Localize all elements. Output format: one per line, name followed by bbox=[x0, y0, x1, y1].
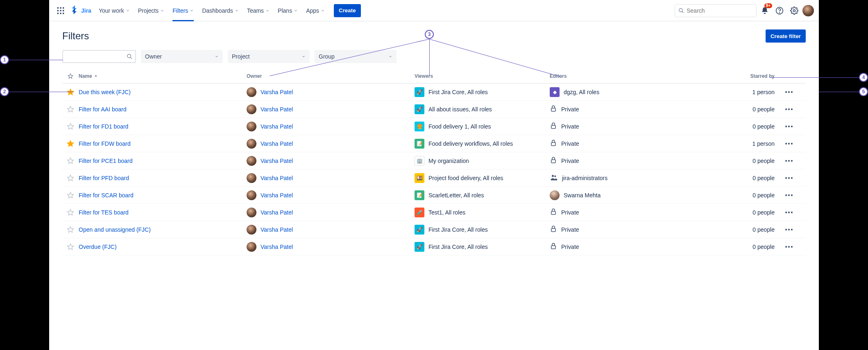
callout-3: 3 bbox=[425, 30, 434, 39]
filter-name-link[interactable]: Filter for FDW board bbox=[79, 140, 131, 147]
star-toggle[interactable] bbox=[62, 209, 79, 216]
project-dropdown[interactable]: Project bbox=[228, 50, 310, 63]
owner-link[interactable]: Varsha Patel bbox=[261, 106, 293, 113]
chevron-down-icon bbox=[126, 9, 130, 13]
owner-link[interactable]: Varsha Patel bbox=[261, 123, 293, 130]
column-owner[interactable]: Owner bbox=[247, 73, 415, 79]
jira-logo[interactable]: Jira bbox=[67, 5, 95, 16]
owner-link[interactable]: Varsha Patel bbox=[261, 209, 293, 216]
nav-dashboards[interactable]: Dashboards bbox=[198, 0, 243, 21]
owner-link[interactable]: Varsha Patel bbox=[261, 158, 293, 164]
owner-link[interactable]: Varsha Patel bbox=[261, 192, 293, 199]
row-more-button[interactable]: ••• bbox=[785, 244, 794, 250]
row-more-button[interactable]: ••• bbox=[785, 192, 794, 199]
owner-avatar bbox=[247, 173, 256, 183]
star-toggle[interactable] bbox=[62, 243, 79, 251]
star-toggle[interactable] bbox=[62, 226, 79, 233]
help-button[interactable] bbox=[773, 4, 786, 17]
owner-link[interactable]: Varsha Patel bbox=[261, 140, 293, 147]
viewers-text: Food delivery workflows, All roles bbox=[428, 140, 513, 147]
filter-name-link[interactable]: Open and unassigned (FJC) bbox=[79, 226, 151, 233]
filter-search[interactable] bbox=[62, 50, 136, 63]
owner-link[interactable]: Varsha Patel bbox=[261, 89, 293, 95]
row-more-button[interactable]: ••• bbox=[785, 89, 794, 95]
star-toggle[interactable] bbox=[62, 192, 79, 199]
filter-search-input[interactable] bbox=[66, 53, 127, 60]
star-toggle[interactable] bbox=[62, 157, 79, 165]
owner-avatar bbox=[247, 87, 256, 97]
star-toggle[interactable] bbox=[62, 123, 79, 130]
star-toggle[interactable] bbox=[62, 174, 79, 182]
column-viewers[interactable]: Viewers bbox=[415, 73, 550, 79]
row-more-button[interactable]: ••• bbox=[785, 106, 794, 113]
row-more-button[interactable]: ••• bbox=[785, 140, 794, 147]
create-filter-button[interactable]: Create filter bbox=[766, 29, 806, 43]
svg-rect-2 bbox=[63, 7, 64, 8]
svg-rect-26 bbox=[551, 160, 556, 163]
owner-avatar bbox=[247, 190, 256, 200]
column-viewers-label: Viewers bbox=[415, 73, 433, 79]
create-button[interactable]: Create bbox=[334, 4, 361, 17]
nav-teams[interactable]: Teams bbox=[243, 0, 274, 21]
lock-icon bbox=[550, 139, 557, 148]
filter-name-link[interactable]: Filter for FD1 board bbox=[79, 123, 128, 130]
owner-avatar bbox=[247, 122, 256, 131]
star-toggle[interactable] bbox=[62, 140, 79, 147]
profile-avatar[interactable] bbox=[802, 5, 814, 16]
owner-link[interactable]: Varsha Patel bbox=[261, 175, 293, 181]
jira-logo-icon bbox=[70, 5, 79, 16]
owner-link[interactable]: Varsha Patel bbox=[261, 244, 293, 250]
column-name[interactable]: Name bbox=[79, 73, 247, 79]
filter-name-link[interactable]: Filter for PCE1 board bbox=[79, 158, 133, 164]
column-editors[interactable]: Editors bbox=[550, 73, 687, 79]
viewer-project-icon: 📝 bbox=[415, 190, 424, 200]
svg-point-9 bbox=[679, 8, 682, 11]
owner-dropdown[interactable]: Owner bbox=[141, 50, 223, 63]
viewer-project-icon: 📝 bbox=[415, 139, 424, 149]
svg-marker-21 bbox=[68, 123, 74, 129]
filter-bar: Owner Project Group bbox=[62, 50, 806, 63]
row-more-button[interactable]: ••• bbox=[785, 158, 794, 164]
group-dropdown[interactable]: Group bbox=[315, 50, 397, 63]
global-search[interactable] bbox=[675, 4, 757, 17]
owner-link[interactable]: Varsha Patel bbox=[261, 226, 293, 233]
table-row: Due this week (FJC)Varsha Patel🚀First Ji… bbox=[62, 84, 806, 101]
column-owner-label: Owner bbox=[247, 73, 262, 79]
product-name: Jira bbox=[81, 7, 91, 14]
nav-filters[interactable]: Filters bbox=[168, 0, 198, 21]
row-more-button[interactable]: ••• bbox=[785, 226, 794, 233]
nav-projects[interactable]: Projects bbox=[134, 0, 169, 21]
table-row: Filter for SCAR boardVarsha Patel📝Scarle… bbox=[62, 187, 806, 204]
global-search-input[interactable] bbox=[687, 7, 753, 14]
filter-name-link[interactable]: Filter for SCAR board bbox=[79, 192, 134, 199]
column-star[interactable] bbox=[62, 73, 79, 79]
filter-name-link[interactable]: Overdue (FJC) bbox=[79, 244, 117, 250]
chevron-down-icon bbox=[301, 54, 306, 59]
filter-name-link[interactable]: Filter for TES board bbox=[79, 209, 129, 216]
row-more-button[interactable]: ••• bbox=[785, 209, 794, 216]
chevron-down-icon bbox=[321, 9, 325, 13]
notifications-button[interactable]: 9+ bbox=[758, 4, 771, 17]
table-row: Open and unassigned (FJC)Varsha Patel🚀Fi… bbox=[62, 221, 806, 238]
row-more-button[interactable]: ••• bbox=[785, 175, 794, 181]
callout-line bbox=[9, 60, 63, 60]
filter-name-link[interactable]: Filter for PFD board bbox=[79, 175, 129, 181]
editors-text: Private bbox=[561, 209, 579, 216]
nav-your-work[interactable]: Your work bbox=[95, 0, 134, 21]
settings-button[interactable] bbox=[788, 4, 801, 17]
svg-marker-25 bbox=[68, 158, 74, 163]
star-toggle[interactable] bbox=[62, 106, 79, 113]
nav-apps[interactable]: Apps bbox=[302, 0, 329, 21]
nav-plans[interactable]: Plans bbox=[274, 0, 302, 21]
column-starred[interactable]: Starred by bbox=[687, 73, 777, 79]
svg-marker-16 bbox=[68, 74, 73, 78]
row-more-button[interactable]: ••• bbox=[785, 123, 794, 130]
filter-name-link[interactable]: Filter for AAI board bbox=[79, 106, 127, 113]
svg-rect-20 bbox=[551, 108, 556, 111]
filter-name-link[interactable]: Due this week (FJC) bbox=[79, 89, 131, 95]
viewer-project-icon: 🍔 bbox=[415, 122, 424, 131]
user-avatar bbox=[550, 190, 560, 200]
viewers-text: First Jira Core, All roles bbox=[428, 89, 488, 95]
app-switcher-icon[interactable] bbox=[54, 4, 67, 17]
editors-text: Private bbox=[561, 226, 579, 233]
